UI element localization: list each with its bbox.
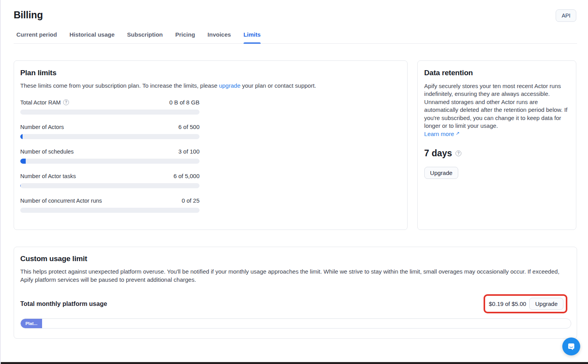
limit-label: Number of Actors	[20, 124, 64, 130]
monthly-usage-track: Plat...	[20, 318, 571, 329]
tab-invoices[interactable]: Invoices	[208, 30, 231, 43]
limit-row-total-actor-ram: Total Actor RAM? 0 B of 8 GB	[20, 99, 200, 115]
data-retention-title: Data retention	[424, 69, 569, 77]
progress-track	[20, 134, 200, 139]
custom-usage-limit-card: Custom usage limit This helps protect ag…	[14, 247, 577, 339]
page-header: Billing API	[1, 0, 588, 22]
chat-bubble-icon	[567, 342, 576, 351]
progress-track	[20, 110, 200, 115]
limit-label: Total Actor RAM	[20, 99, 61, 106]
limit-value: 6 of 500	[178, 124, 200, 130]
tab-current-period[interactable]: Current period	[16, 30, 57, 43]
progress-track	[20, 183, 200, 188]
billing-tabs: Current period Historical usage Subscrip…	[14, 30, 577, 44]
limit-value: 3 of 100	[178, 148, 200, 155]
limit-label: Number of concurrent Actor runs	[20, 198, 102, 204]
limit-value: 0 B of 8 GB	[169, 99, 200, 106]
retention-upgrade-button[interactable]: Upgrade	[424, 167, 459, 179]
learn-more-label: Learn more	[424, 131, 454, 137]
limit-row-number-of-actor-tasks: Number of Actor tasks 6 of 5,000	[20, 173, 200, 188]
plan-limits-description: These limits come from your subscription…	[20, 82, 401, 90]
tab-pricing[interactable]: Pricing	[175, 30, 195, 43]
plan-limits-list: Total Actor RAM? 0 B of 8 GB Number of A…	[20, 99, 200, 213]
api-button[interactable]: API	[556, 9, 576, 22]
limit-row-number-of-schedules: Number of schedules 3 of 100	[20, 148, 200, 164]
limit-label: Number of Actor tasks	[20, 173, 76, 179]
progress-fill	[20, 183, 21, 188]
red-annotation-highlight: $0.19 of $5.00 Upgrade	[484, 294, 567, 313]
progress-track	[20, 159, 200, 164]
plan-limits-description-suffix: your plan or contact support.	[240, 82, 316, 89]
bottom-window-edge	[1, 362, 588, 364]
progress-track	[20, 208, 200, 213]
total-monthly-usage-label: Total monthly platform usage	[20, 300, 107, 307]
tab-historical-usage[interactable]: Historical usage	[69, 30, 115, 43]
custom-usage-limit-title: Custom usage limit	[20, 254, 570, 263]
plan-limits-description-prefix: These limits come from your subscription…	[20, 82, 219, 89]
limit-row-concurrent-actor-runs: Number of concurrent Actor runs 0 of 25	[20, 197, 200, 213]
retention-period-value: 7 days	[424, 148, 452, 159]
help-icon[interactable]: ?	[456, 150, 461, 156]
progress-fill	[20, 159, 26, 164]
usage-upgrade-button[interactable]: Upgrade	[529, 298, 563, 310]
platform-usage-segment-label: Plat...	[25, 321, 37, 326]
limit-label: Number of schedules	[20, 148, 74, 155]
data-retention-description: Apify securely stores your ten most rece…	[424, 82, 569, 130]
plan-limits-title: Plan limits	[20, 69, 401, 77]
limit-row-number-of-actors: Number of Actors 6 of 500	[20, 124, 200, 139]
tab-limits[interactable]: Limits	[244, 30, 261, 43]
platform-usage-segment: Plat...	[21, 319, 42, 328]
tab-subscription[interactable]: Subscription	[127, 30, 163, 43]
limit-value: 6 of 5,000	[173, 173, 200, 179]
upgrade-link[interactable]: upgrade	[219, 82, 240, 89]
learn-more-link[interactable]: Learn more ↗	[424, 131, 460, 137]
data-retention-card: Data retention Apify securely stores you…	[417, 60, 576, 230]
page-title: Billing	[14, 9, 43, 21]
chat-launcher-button[interactable]	[562, 337, 580, 355]
plan-limits-card: Plan limits These limits come from your …	[14, 60, 408, 230]
help-icon[interactable]: ?	[63, 99, 69, 105]
usage-value: $0.19 of $5.00	[489, 300, 526, 307]
custom-usage-limit-description: This helps protect against unexpected pl…	[20, 268, 566, 284]
progress-fill	[20, 134, 23, 139]
limit-value: 0 of 25	[182, 197, 200, 204]
external-link-icon: ↗	[456, 131, 459, 136]
